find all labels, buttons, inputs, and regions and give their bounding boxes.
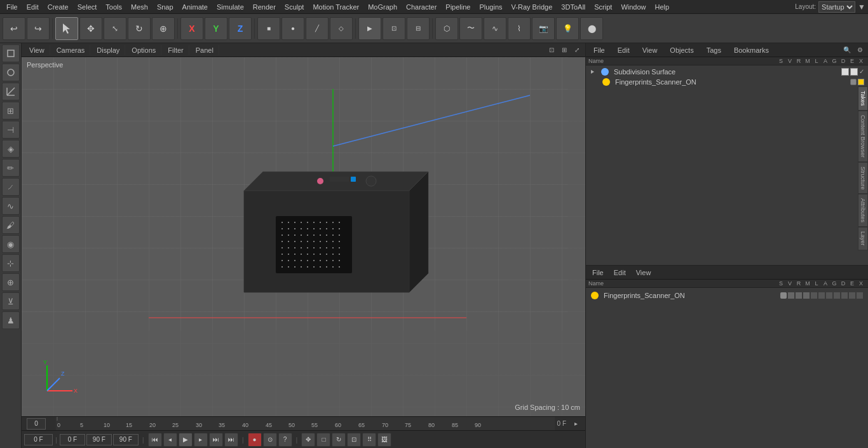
layer-tab[interactable]: Layer (858, 227, 868, 250)
field-button[interactable]: ⬤ (580, 17, 603, 40)
attr-ind-3[interactable] (796, 292, 802, 299)
obj-tags-tab[interactable]: Tags (702, 45, 726, 55)
texture-mode-btn[interactable] (2, 64, 20, 81)
attr-ind-7[interactable] (826, 292, 832, 299)
render-button[interactable]: ▶ (358, 17, 381, 40)
maximize-btn[interactable]: ⤢ (571, 44, 583, 56)
attr-ind-5[interactable] (811, 292, 817, 299)
timeline-frame-input[interactable] (27, 418, 46, 430)
attr-file-tab[interactable]: File (588, 268, 607, 278)
view-menu-tab[interactable]: View (24, 45, 50, 55)
layout-arrow[interactable]: ▼ (858, 3, 865, 11)
point-mode-button[interactable]: ● (281, 17, 304, 40)
attr-ind-11[interactable] (857, 292, 863, 299)
obj-bookmarks-tab[interactable]: Bookmarks (729, 45, 774, 55)
menu-pipeline[interactable]: Pipeline (442, 2, 474, 12)
display-menu-tab[interactable]: Display (92, 45, 125, 55)
polygon-pen-btn[interactable]: ✏ (2, 159, 20, 177)
menu-snap[interactable]: Snap (153, 2, 177, 12)
layout-4-btn[interactable]: ⊞ (559, 44, 570, 56)
menu-motion-tracker[interactable]: Motion Tracker (309, 2, 363, 12)
obj-edit-tab[interactable]: Edit (613, 45, 635, 55)
transform-tool[interactable]: ⊕ (152, 17, 175, 40)
timeline-ruler[interactable]: 0 5 10 15 20 25 30 35 40 45 50 55 60 65 … (56, 417, 555, 430)
render-to-po-button[interactable]: ⊡ (383, 17, 405, 40)
menu-mesh[interactable]: Mesh (127, 2, 152, 12)
attr-ind-10[interactable] (849, 292, 855, 299)
structure-tab[interactable]: Structure (858, 162, 868, 194)
attr-ind-1[interactable] (780, 292, 787, 299)
measure-btn[interactable]: ⊻ (2, 292, 20, 310)
menu-window[interactable]: Window (617, 2, 649, 12)
current-frame-input[interactable] (24, 434, 53, 445)
layout-1-btn[interactable]: ⊡ (546, 44, 557, 56)
axis-btn[interactable] (2, 83, 20, 100)
scale-tool-t[interactable]: ⊡ (347, 433, 361, 447)
obj-search-icon[interactable]: 🔍 (841, 44, 853, 56)
cube-button[interactable]: ⬡ (435, 17, 458, 40)
go-start-btn[interactable]: ⏮ (148, 433, 162, 447)
attr-ind-2[interactable] (788, 292, 794, 299)
attributes-side-tab[interactable]: Attributes (858, 194, 868, 227)
box-tool-t[interactable]: □ (316, 433, 330, 447)
snap-btn[interactable]: ⊕ (2, 273, 20, 291)
rotate-tool-t[interactable]: ↻ (332, 433, 346, 447)
character-tool-btn[interactable]: ♟ (2, 311, 20, 329)
render-view-btn[interactable]: 🖼 (377, 433, 391, 447)
attr-fingerprints-row[interactable]: Fingerprints_Scanner_ON (588, 290, 865, 301)
3d-viewport[interactable]: Perspective (22, 57, 585, 416)
obj-settings-icon[interactable]: ⚙ (854, 44, 865, 56)
menu-mograph[interactable]: MoGraph (364, 2, 401, 12)
grid-btn[interactable]: ⊞ (2, 102, 20, 119)
attr-edit-tab[interactable]: Edit (610, 268, 630, 278)
menu-select[interactable]: Select (74, 2, 101, 12)
render-region-button[interactable]: ⊟ (407, 17, 430, 40)
auto-btn[interactable]: ⊙ (263, 433, 277, 447)
polygon-mode-button[interactable]: ◇ (330, 17, 353, 40)
paint-btn[interactable]: 🖌 (2, 216, 20, 234)
attr-ind-9[interactable] (841, 292, 848, 299)
rotate-tool[interactable]: ↻ (128, 17, 151, 40)
go-end2-btn[interactable]: ⏭ (224, 433, 238, 447)
menu-script[interactable]: Script (590, 2, 616, 12)
z-axis-button[interactable]: Z (229, 17, 252, 40)
prev-frame-btn[interactable]: ◂ (163, 433, 177, 447)
menu-character[interactable]: Character (402, 2, 440, 12)
nurbs-button[interactable]: ∿ (484, 17, 506, 40)
cameras-menu-tab[interactable]: Cameras (51, 45, 91, 55)
model-mode-btn[interactable] (2, 44, 20, 62)
subdivision-surface-row[interactable]: Subdivision Surface ✓ (587, 67, 867, 77)
help-btn[interactable]: ? (278, 433, 292, 447)
selection-filter-btn[interactable]: ◈ (2, 140, 20, 158)
end-frame-input[interactable] (86, 434, 112, 445)
menu-tools[interactable]: Tools (102, 2, 126, 12)
camera-button[interactable]: 📷 (532, 17, 555, 40)
attr-ind-8[interactable] (834, 292, 840, 299)
scale-tool[interactable]: ⤡ (104, 17, 126, 40)
sculpt-btn[interactable]: ◉ (2, 235, 20, 253)
object-mode-button[interactable]: ■ (257, 17, 280, 40)
indicator-fv[interactable] (858, 79, 864, 85)
dynamics-btn[interactable]: ⊹ (2, 254, 20, 272)
timeline-expand-btn[interactable]: ▸ (570, 418, 581, 430)
menu-plugins[interactable]: Plugins (475, 2, 506, 12)
light-button[interactable]: 💡 (556, 17, 579, 40)
dots-btn[interactable]: ⠿ (362, 433, 376, 447)
start-frame-input[interactable] (60, 434, 85, 445)
obj-objects-tab[interactable]: Objects (665, 45, 698, 55)
layout-dropdown[interactable]: Startup (818, 1, 855, 13)
next-frame-btn[interactable]: ▸ (194, 433, 208, 447)
edge-mode-button[interactable]: ╱ (306, 17, 329, 40)
spline-button[interactable]: 〜 (459, 17, 482, 40)
filter-menu-tab[interactable]: Filter (163, 45, 189, 55)
deformer-button[interactable]: ⌇ (508, 17, 531, 40)
menu-edit[interactable]: Edit (23, 2, 43, 12)
spline-tool-btn[interactable]: ∿ (2, 197, 20, 215)
content-browser-tab[interactable]: Content Browser (858, 111, 868, 162)
menu-render[interactable]: Render (249, 2, 280, 12)
go-end-btn[interactable]: ⏭ (209, 433, 223, 447)
indicator-s[interactable] (841, 68, 849, 76)
redo-button[interactable]: ↪ (27, 17, 50, 40)
menu-help[interactable]: Help (651, 2, 674, 12)
symmetry-btn[interactable]: ⊣ (2, 121, 20, 139)
